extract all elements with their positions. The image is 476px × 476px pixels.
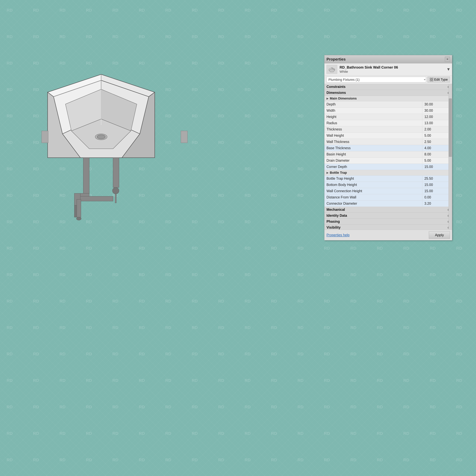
- component-subname: White: [340, 70, 398, 74]
- bottle-trap-arrow: ▶: [326, 171, 329, 174]
- close-button[interactable]: ×: [445, 57, 450, 62]
- phasing-section-header[interactable]: Phasing ⊗: [324, 219, 452, 225]
- panel-header: RD_Bathroom Sink Wall Corner 06 White ▼: [324, 63, 452, 75]
- bottle-trap-header[interactable]: ▶ Bottle Trap: [324, 170, 452, 175]
- prop-row-thickness: Thickness 2.00: [324, 126, 452, 133]
- visibility-label: Visibility: [326, 225, 340, 230]
- svg-rect-21: [80, 196, 113, 201]
- edit-type-icon: [430, 78, 433, 81]
- properties-help-link[interactable]: Properties help: [326, 233, 350, 237]
- prop-value-wall-height[interactable]: 5.00: [422, 133, 452, 138]
- sink-drawing: [18, 63, 211, 226]
- prop-label-basin-height: Basin Height: [324, 152, 422, 157]
- prop-value-wall-thickness[interactable]: 2.50: [422, 139, 452, 145]
- component-name: RD_Bathroom Sink Wall Corner 06: [340, 65, 398, 70]
- prop-label-connector-diameter: Connector Diameter: [324, 201, 422, 206]
- main-dimensions-header[interactable]: ▶ Main Dimensions: [324, 96, 452, 101]
- component-info: RD_Bathroom Sink Wall Corner 06 White: [340, 65, 398, 73]
- prop-label-depth: Depth: [324, 102, 422, 107]
- prop-value-bottom-body-height[interactable]: 15.00: [422, 182, 452, 188]
- identity-data-label: Identity Data: [326, 214, 347, 218]
- svg-rect-24: [42, 131, 48, 143]
- scrollbar-track[interactable]: [448, 84, 452, 230]
- panel-titlebar: Properties ×: [324, 55, 452, 63]
- prop-row-bottle-trap-height: Bottle Trap Height 25.50: [324, 175, 452, 182]
- svg-rect-31: [430, 78, 431, 79]
- prop-label-wall-height: Wall Height: [324, 133, 422, 138]
- mechanical-label: Mechanical: [326, 208, 345, 212]
- panel-footer: Properties help Apply: [324, 230, 452, 240]
- svg-rect-34: [432, 80, 433, 81]
- visibility-section-header[interactable]: Visibility ⊗: [324, 225, 452, 230]
- panel-title: Properties: [326, 57, 346, 62]
- prop-value-drain-diameter[interactable]: 5.00: [422, 158, 452, 164]
- prop-value-height[interactable]: 12.00: [422, 114, 452, 120]
- prop-label-bottle-trap-height: Bottle Trap Height: [324, 176, 422, 182]
- prop-label-thickness: Thickness: [324, 126, 422, 132]
- prop-label-corner-depth: Corner Depth: [324, 164, 422, 170]
- header-dropdown-arrow[interactable]: ▼: [446, 67, 450, 72]
- prop-value-bottle-trap-height[interactable]: 25.50: [422, 176, 452, 182]
- prop-row-drain-diameter: Drain Diameter 5.00: [324, 157, 452, 164]
- prop-value-corner-depth[interactable]: 15.00: [422, 164, 452, 170]
- prop-row-depth: Depth 30.00: [324, 101, 452, 108]
- constraints-section-header[interactable]: Constraints ⊗: [324, 84, 452, 90]
- prop-value-wall-connection-height[interactable]: 15.00: [422, 188, 452, 194]
- prop-row-radius: Radius 13.00: [324, 120, 452, 126]
- svg-rect-19: [112, 187, 119, 194]
- prop-value-radius[interactable]: 13.00: [422, 120, 452, 126]
- prop-row-wall-height: Wall Height 5.00: [324, 133, 452, 139]
- prop-label-width: Width: [324, 108, 422, 114]
- prop-label-height: Height: [324, 114, 422, 120]
- panel-content: Constraints ⊗ Dimensions ⊗ ▶ Main Dimens…: [324, 84, 452, 230]
- prop-row-wall-connection-height: Wall Connection Height 15.00: [324, 188, 452, 194]
- constraints-label: Constraints: [326, 85, 346, 89]
- component-icon: [326, 65, 337, 74]
- prop-label-drain-diameter: Drain Diameter: [324, 158, 422, 164]
- phasing-label: Phasing: [326, 220, 340, 223]
- prop-value-width[interactable]: 30.00: [422, 108, 452, 114]
- svg-rect-14: [83, 158, 89, 199]
- edit-type-button[interactable]: Edit Type: [427, 77, 450, 83]
- dropdown-row: Plumbing Fixtures (1) Edit Type: [324, 75, 452, 84]
- prop-label-bottom-body-height: Bottom Body Height: [324, 182, 422, 188]
- prop-row-distance-from-wall: Distance From Wall 0.00: [324, 194, 452, 201]
- prop-row-height: Height 12.00: [324, 114, 452, 120]
- svg-rect-15: [113, 158, 119, 187]
- prop-value-basin-height[interactable]: 8.00: [422, 152, 452, 157]
- svg-point-13: [97, 135, 105, 139]
- prop-value-base-thickness[interactable]: 4.00: [422, 145, 452, 151]
- properties-panel: Properties × RD_Bathroom Sink Wall Corne…: [324, 55, 452, 240]
- svg-rect-32: [432, 78, 433, 79]
- category-dropdown[interactable]: Plumbing Fixtures (1): [326, 77, 426, 82]
- main-dimensions-label: Main Dimensions: [330, 97, 357, 101]
- prop-value-depth[interactable]: 30.00: [422, 102, 452, 107]
- prop-row-bottom-body-height: Bottom Body Height 15.00: [324, 182, 452, 188]
- prop-label-radius: Radius: [324, 120, 422, 126]
- mechanical-section-header[interactable]: Mechanical ⊗: [324, 207, 452, 213]
- prop-value-thickness[interactable]: 2.00: [422, 126, 452, 132]
- prop-row-wall-thickness: Wall Thickness 2.50: [324, 139, 452, 145]
- svg-rect-22: [77, 199, 81, 217]
- prop-row-basin-height: Basin Height 8.00: [324, 151, 452, 157]
- prop-row-base-thickness: Base Thickness 4.00: [324, 145, 452, 151]
- edit-type-label: Edit Type: [434, 78, 448, 82]
- identity-data-section-header[interactable]: Identity Data ⊗: [324, 213, 452, 219]
- prop-row-corner-depth: Corner Depth 15.00: [324, 164, 452, 170]
- main-dimensions-arrow: ▶: [326, 97, 329, 100]
- prop-row-connector-diameter: Connector Diameter 3.20: [324, 201, 452, 207]
- dimensions-section-header[interactable]: Dimensions ⊗: [324, 90, 452, 96]
- bottle-trap-label: Bottle Trap: [330, 171, 347, 175]
- apply-button[interactable]: Apply: [429, 231, 450, 239]
- svg-rect-25: [181, 131, 187, 143]
- prop-label-wall-thickness: Wall Thickness: [324, 139, 422, 145]
- svg-rect-33: [430, 80, 431, 81]
- prop-label-wall-connection-height: Wall Connection Height: [324, 188, 422, 194]
- prop-value-distance-from-wall[interactable]: 0.00: [422, 194, 452, 200]
- dimensions-label: Dimensions: [326, 91, 346, 95]
- prop-row-width: Width 30.00: [324, 108, 452, 114]
- scrollbar-thumb[interactable]: [449, 99, 452, 157]
- prop-value-connector-diameter[interactable]: 3.20: [422, 201, 452, 206]
- svg-point-23: [76, 217, 81, 220]
- prop-label-base-thickness: Base Thickness: [324, 145, 422, 151]
